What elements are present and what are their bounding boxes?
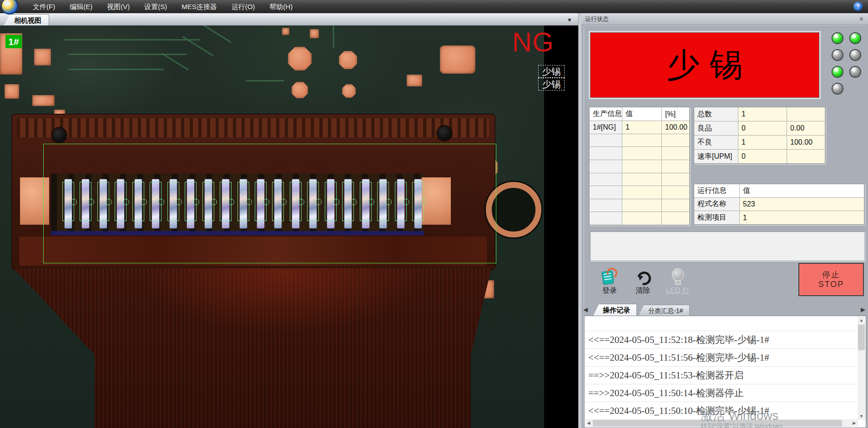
app-logo-icon (1, 0, 18, 15)
camera-view[interactable]: 1# NG 少锡少锡 (0, 25, 578, 428)
table-cell: 1 (622, 121, 662, 134)
inspection-roi (43, 144, 496, 263)
table-cell (787, 107, 825, 121)
production-table: 生产信息值[%]1#[NG]1100.00 (589, 107, 690, 226)
log-tab-bar: ◀ 操作记录 分类汇总-1# ▶ (583, 304, 866, 316)
table-cell: 运行信息 (694, 184, 740, 198)
scroll-up-icon[interactable]: ▲ (858, 317, 865, 324)
stop-button-label-cn: 停止 (822, 270, 840, 280)
menu-item[interactable]: MES连接器 (174, 0, 224, 13)
menu-item[interactable]: 文件(F) (25, 0, 62, 13)
status-led-grid (833, 33, 862, 94)
table-cell (590, 199, 622, 212)
table-cell (787, 150, 825, 164)
led-button-label: LED 灯 (666, 286, 690, 296)
table-cell: 523 (740, 198, 864, 211)
defect-banner-text: 少锡 (667, 43, 752, 87)
table-cell: 1 (738, 107, 787, 121)
scroll-left-icon[interactable]: ◀ (585, 419, 592, 427)
tab-scroll-right-icon[interactable]: ▶ (861, 306, 865, 313)
clear-button[interactable]: 清除 (627, 262, 659, 296)
status-led-on (833, 67, 843, 77)
panel-title: 运行状态 (585, 15, 609, 22)
table-cell (622, 160, 662, 173)
defect-tag: 少锡 (538, 65, 565, 78)
menu-item[interactable]: 运行(O) (224, 0, 262, 13)
clear-button-label: 清除 (636, 286, 650, 296)
table-cell (622, 173, 662, 186)
vertical-scrollbar[interactable]: ▲ ▼ (858, 317, 865, 420)
status-led-off (850, 67, 860, 77)
camera-tab-bar: 相机视图 ▼ (0, 13, 578, 26)
app-window: 文件(F)编辑(E)视图(V)设置(S)MES连接器运行(O)帮助(H) ? 相… (0, 0, 868, 428)
table-cell: 0 (738, 121, 787, 136)
table-cell: 1 (740, 211, 864, 225)
status-led-off (833, 84, 843, 94)
message-box (590, 232, 865, 261)
menu-items: 文件(F)编辑(E)视图(V)设置(S)MES连接器运行(O)帮助(H) (25, 0, 300, 13)
table-cell: 总数 (694, 107, 738, 121)
menu-item[interactable]: 帮助(H) (262, 0, 300, 13)
table-cell (622, 199, 662, 212)
table-cell (622, 134, 662, 147)
menu-bar: 文件(F)编辑(E)视图(V)设置(S)MES连接器运行(O)帮助(H) ? (0, 0, 868, 13)
login-button[interactable]: 登录 (594, 262, 626, 296)
chevron-down-icon[interactable]: ▼ (567, 17, 572, 23)
log-entries: <<==2024-05-05_11:52:18-检测完毕-少锡-1#<<==20… (585, 317, 857, 420)
table-cell: 不良 (694, 136, 738, 150)
menu-item[interactable]: 视图(V) (100, 0, 137, 13)
tab-class-summary[interactable]: 分类汇总-1# (639, 305, 690, 316)
table-cell: 生产信息 (590, 107, 622, 121)
scroll-down-icon[interactable]: ▼ (858, 413, 865, 420)
stop-button-label-en: STOP (818, 280, 844, 289)
status-led-off (833, 50, 843, 60)
table-cell (622, 186, 662, 199)
id-badge-icon (603, 269, 616, 284)
menu-item[interactable]: 设置(S) (137, 0, 174, 13)
table-cell: 100.00 (662, 121, 690, 134)
stop-button[interactable]: 停止 STOP (798, 263, 864, 296)
table-cell: [%] (662, 107, 690, 121)
table-cell (590, 186, 622, 199)
login-button-label: 登录 (602, 286, 617, 296)
table-cell (662, 212, 690, 225)
table-cell (662, 186, 690, 199)
menu-item[interactable]: 编辑(E) (62, 0, 100, 13)
table-cell: 良品 (694, 121, 738, 136)
table-cell: 100.00 (787, 136, 825, 150)
table-cell (662, 199, 690, 212)
summary-table: 总数1良品00.00不良1100.00速率[UPM]0 (694, 107, 826, 164)
panel-title-bar: 运行状态 × (581, 13, 868, 25)
table-cell (590, 160, 622, 173)
status-led-on (850, 33, 860, 43)
status-led-off (850, 50, 860, 60)
table-cell: 0 (738, 150, 787, 164)
help-icon[interactable]: ? (853, 2, 863, 11)
table-cell: 1#[NG] (590, 121, 622, 134)
close-icon[interactable]: × (859, 13, 863, 25)
log-entry: ==>>2024-05-05_11:51:53-检测器开启 (585, 367, 857, 384)
table-cell (590, 134, 622, 147)
tab-camera-view[interactable]: 相机视图 (4, 14, 49, 26)
table-cell (622, 212, 662, 225)
camera-id-badge: 1# (5, 35, 22, 48)
log-entry: <<==2024-05-05_11:52:18-检测完毕-少锡-1# (585, 331, 857, 349)
scroll-right-icon[interactable]: ▶ (851, 419, 858, 427)
light-bulb-icon (672, 269, 684, 284)
table-cell: 值 (740, 184, 864, 198)
table-cell (590, 212, 622, 225)
tab-scroll-left-icon[interactable]: ◀ (583, 306, 588, 313)
led-light-button[interactable]: LED 灯 (662, 262, 694, 296)
table-cell: 值 (622, 107, 662, 121)
run-info-table: 运行信息值程式名称523检测项目1 (694, 184, 865, 225)
table-cell (590, 147, 622, 160)
table-cell (662, 160, 690, 173)
log-entry: ==>>2024-05-05_11:50:14-检测器停止 (585, 384, 857, 402)
vscroll-thumb[interactable] (858, 325, 865, 350)
windows-activation-watermark-sub: 转到“设置”以激活 Windows (701, 422, 782, 428)
table-cell: 检测项目 (694, 211, 740, 225)
log-entry: <<==2024-05-05_11:51:56-检测完毕-少锡-1# (585, 349, 857, 367)
table-cell: 1 (738, 136, 787, 150)
tab-operation-log[interactable]: 操作记录 (593, 304, 637, 316)
table-cell (662, 134, 690, 147)
